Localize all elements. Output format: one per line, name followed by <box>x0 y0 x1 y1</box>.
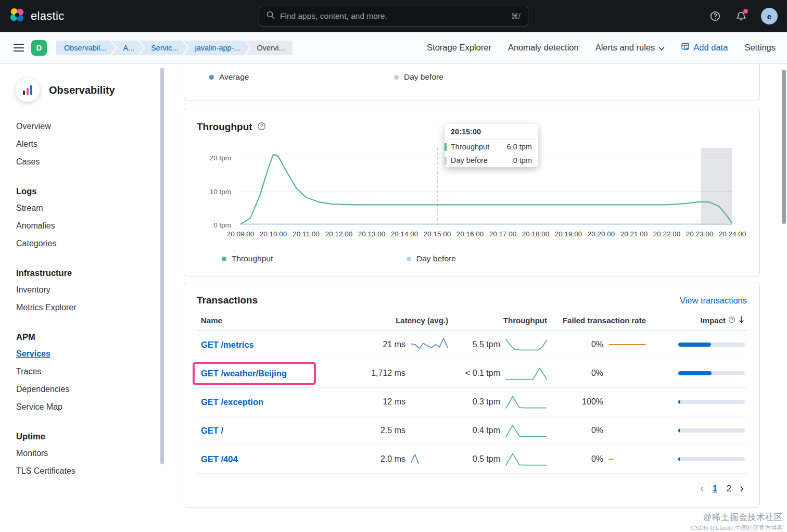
pagination-page-2[interactable]: 2 <box>726 484 732 493</box>
sidebar-item-traces[interactable]: Traces <box>0 363 167 381</box>
transaction-name-cell: GET /weather/Beijing <box>197 369 346 378</box>
impact-bar <box>678 457 745 461</box>
pagination: ‹12› <box>197 474 747 498</box>
breadcrumb-item-2[interactable]: A... <box>111 41 144 55</box>
impact-bar-fill <box>678 343 711 347</box>
elastic-brand[interactable]: elastic <box>9 7 64 25</box>
sidebar-item-cases[interactable]: Cases <box>0 153 167 171</box>
latency-cell: 2.0 ms <box>346 451 450 467</box>
transaction-link-get-metrics[interactable]: GET /metrics <box>201 340 254 350</box>
failed-rate-cell-value: 0% <box>591 340 603 349</box>
watermark-line1: @稀土掘金技术社区 <box>691 512 783 523</box>
latency-cell-spark <box>411 337 448 352</box>
observability-logo-icon <box>16 78 40 102</box>
latency-cell-value: 1,712 ms <box>371 369 405 378</box>
page-scrollbar[interactable] <box>782 70 786 224</box>
legend-dot <box>394 75 399 80</box>
latency-cell: 1,712 ms <box>346 365 450 381</box>
sparkline <box>411 451 419 467</box>
global-search-input[interactable]: Find apps, content, and more. ⌘/ <box>259 6 528 27</box>
latency-cell-value: 2.5 ms <box>380 426 405 435</box>
tooltip-series-label: Throughput <box>451 143 507 151</box>
sidebar-scrollbar[interactable] <box>160 68 164 464</box>
nav-tab-storage-explorer[interactable]: Storage Explorer <box>427 43 491 53</box>
breadcrumb: Observabil...A...Servic...javalin-app-..… <box>56 41 293 55</box>
nav-tab-add-data[interactable]: Add data <box>681 43 728 53</box>
menu-icon[interactable] <box>14 44 24 52</box>
sidebar-item-tls-certificates[interactable]: TLS Certificates <box>0 462 167 480</box>
transaction-link-get-exception[interactable]: GET /exception <box>201 397 263 407</box>
breadcrumb-item-5[interactable]: Overvi... <box>246 41 293 55</box>
throughput-legend: ThroughputDay before <box>197 254 747 263</box>
sidebar-item-services[interactable]: Services <box>0 345 167 363</box>
sidebar-item-inventory[interactable]: Inventory <box>0 281 167 299</box>
pagination-prev-icon[interactable]: ‹ <box>700 483 704 493</box>
impact-bar <box>678 371 745 375</box>
transaction-name-cell: GET /404 <box>197 454 346 464</box>
throughput-help-icon[interactable] <box>257 122 266 133</box>
add-data-icon <box>681 43 690 53</box>
pagination-next-icon[interactable]: › <box>740 483 744 493</box>
tooltip-series-value: 0 tpm <box>513 156 532 164</box>
sidebar-item-monitors[interactable]: Monitors <box>0 445 167 462</box>
throughput-cell: < 0.1 tpm <box>450 365 549 381</box>
help-icon[interactable] <box>709 10 721 22</box>
nav-tab-label: Storage Explorer <box>427 43 491 53</box>
throughput-cell-spark <box>505 365 547 381</box>
sparkline <box>608 451 614 467</box>
annotation-band <box>701 148 732 225</box>
latency-cell-value: 21 ms <box>383 340 405 349</box>
latency-cell-spark <box>411 365 448 381</box>
user-avatar[interactable]: e <box>761 8 778 24</box>
nav-tab-alerts-and-rules[interactable]: Alerts and rules <box>595 43 665 53</box>
throughput-chart[interactable]: 20:15:00Throughput6.0 tpmDay before0 tpm… <box>240 148 732 225</box>
search-placeholder: Find apps, content, and more. <box>280 11 506 21</box>
transaction-link-get-404[interactable]: GET /404 <box>201 454 238 464</box>
sidebar-nav: OverviewAlertsCasesLogsStreamAnomaliesCa… <box>0 118 167 480</box>
pagination-page-1[interactable]: 1 <box>712 484 718 493</box>
failed-rate-cell-spark <box>608 394 646 410</box>
watermark-line2: CSDN @Elastic 中国社区官方博客 <box>691 524 783 532</box>
sidebar-item-categories[interactable]: Categories <box>0 235 167 252</box>
nav-tab-anomaly-detection[interactable]: Anomaly detection <box>508 43 579 53</box>
impact-cell <box>648 428 747 433</box>
sidebar-item-metrics-explorer[interactable]: Metrics Explorer <box>0 299 167 316</box>
sidebar: Observability OverviewAlertsCasesLogsStr… <box>0 64 167 532</box>
sidebar-item-overview[interactable]: Overview <box>0 118 167 135</box>
transaction-link-get[interactable]: GET / <box>201 426 223 436</box>
sidebar-section-infrastructure: InfrastructureInventoryMetrics Explorer <box>0 264 167 316</box>
throughput-cell: 0.4 tpm <box>450 423 549 438</box>
chart-tooltip: 20:15:00Throughput6.0 tpmDay before0 tpm <box>445 124 538 167</box>
space-badge[interactable]: D <box>31 40 47 56</box>
nav-tab-settings[interactable]: Settings <box>744 43 776 53</box>
tooltip-time: 20:15:00 <box>445 124 538 140</box>
sidebar-item-dependencies[interactable]: Dependencies <box>0 381 167 398</box>
transaction-link-get-weather-beijing[interactable]: GET /weather/Beijing <box>193 362 316 385</box>
legend-item-day-before: Day before <box>394 72 443 82</box>
sidebar-item-alerts[interactable]: Alerts <box>0 135 167 153</box>
failed-rate-cell: 0% <box>549 337 648 352</box>
impact-bar-fill <box>678 457 680 461</box>
sidebar-item-service-map[interactable]: Service Map <box>0 398 167 416</box>
view-transactions-link[interactable]: View transactions <box>680 296 747 306</box>
tooltip-row-throughput: Throughput6.0 tpm <box>445 140 538 154</box>
legend-label: Throughput <box>232 254 273 263</box>
throughput-cell: 0.3 tpm <box>450 394 549 410</box>
failed-rate-cell-value: 100% <box>582 397 603 407</box>
breadcrumb-item-3[interactable]: Servic... <box>139 41 187 55</box>
failed-rate-cell-spark <box>608 451 646 467</box>
throughput-panel: Throughput 20:15:00Throughput6.0 tpmDay … <box>184 108 760 276</box>
search-shortcut-hint: ⌘/ <box>511 12 521 20</box>
sidebar-item-stream[interactable]: Stream <box>0 199 167 217</box>
notifications-bell-icon[interactable] <box>735 10 747 22</box>
table-row-get-404: GET /4042.0 ms0.5 tpm0% <box>197 445 747 474</box>
sidebar-item-anomalies[interactable]: Anomalies <box>0 217 167 235</box>
failed-rate-cell: 0% <box>549 451 648 467</box>
legend-dot <box>222 257 226 261</box>
breadcrumb-item-4[interactable]: javalin-app-... <box>184 41 250 55</box>
sort-desc-icon[interactable] <box>738 315 745 325</box>
impact-bar <box>678 428 745 433</box>
nav-tab-label: Add data <box>693 43 728 53</box>
throughput-cell-value: 0.3 tpm <box>473 397 500 407</box>
breadcrumb-item-1[interactable]: Observabil... <box>56 41 116 55</box>
